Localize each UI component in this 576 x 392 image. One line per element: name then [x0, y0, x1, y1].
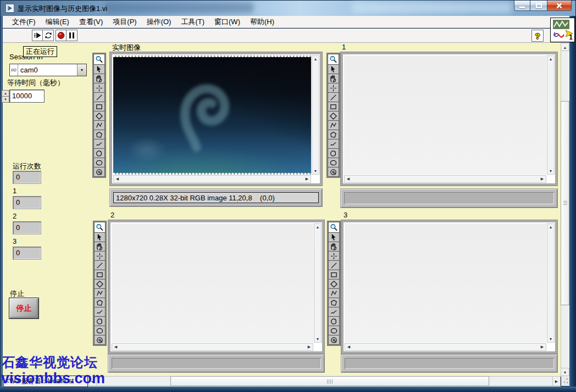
webcam-image[interactable] — [113, 57, 311, 173]
tool-freehand-line-button[interactable] — [93, 139, 105, 149]
menu-item-7[interactable]: 帮助(H) — [245, 16, 279, 28]
scroll-right-icon[interactable]: ▶ — [306, 344, 312, 350]
menu-item-0[interactable]: 文件(F) — [7, 16, 41, 28]
wait-time-field[interactable]: 10000 — [9, 89, 45, 103]
tool-point-button[interactable] — [328, 83, 339, 93]
tool-cursor-button[interactable] — [328, 233, 340, 242]
scroll-left-icon[interactable]: ◀ — [113, 344, 119, 350]
menu-item-2[interactable]: 查看(V) — [74, 16, 108, 28]
tool-line-button[interactable] — [94, 261, 106, 270]
pause-button[interactable] — [67, 30, 77, 41]
tool-polyline-button[interactable] — [328, 121, 339, 130]
tool-point-button[interactable] — [328, 251, 340, 261]
image-horizontal-scrollbar[interactable]: ◀ ▶ — [113, 175, 311, 183]
tool-freehand-region-button[interactable] — [328, 149, 339, 158]
scroll-right-icon[interactable]: ▶ — [539, 344, 545, 350]
tool-line-button[interactable] — [328, 93, 339, 102]
image-horizontal-scrollbar[interactable]: ◀ ▶ — [344, 175, 546, 183]
scroll-left-icon[interactable]: ◀ — [114, 176, 120, 182]
decrement-button[interactable]: ▼ — [2, 97, 9, 103]
tool-polyline-button[interactable] — [93, 121, 105, 130]
resize-grip[interactable] — [561, 376, 569, 386]
live-image-view[interactable] — [113, 55, 311, 175]
tool-freehand-line-button[interactable] — [94, 307, 106, 317]
tool-rotated-rectangle-button[interactable] — [328, 111, 339, 121]
tool-rotated-rectangle-button[interactable] — [328, 279, 340, 289]
tool-oval-button[interactable] — [93, 158, 105, 167]
help-button[interactable]: ? — [531, 30, 544, 42]
tool-freehand-region-button[interactable] — [328, 317, 340, 326]
vertical-scrollbar-thumb[interactable] — [561, 101, 569, 305]
title-bar[interactable]: 显示实时图像与历史图像1.vi — [1, 1, 575, 16]
tool-rotated-rectangle-button[interactable] — [94, 279, 106, 289]
scroll-down-icon[interactable]: ▼ — [312, 168, 319, 174]
tool-pan-button[interactable] — [328, 74, 339, 83]
tool-oval-button[interactable] — [94, 326, 106, 335]
image-vertical-scrollbar[interactable]: ▲ ▼ — [547, 223, 555, 343]
tool-oval-button[interactable] — [328, 158, 339, 167]
tool-annulus-button[interactable] — [328, 335, 340, 345]
tool-freehand-region-button[interactable] — [93, 149, 105, 158]
tool-freehand-line-button[interactable] — [328, 139, 339, 149]
tool-zoom-button[interactable] — [94, 222, 106, 233]
image-horizontal-scrollbar[interactable]: ◀ ▶ — [112, 343, 313, 351]
image-vertical-scrollbar[interactable]: ▲ ▼ — [547, 55, 555, 175]
tool-cursor-button[interactable] — [93, 65, 105, 74]
scroll-right-icon[interactable]: ▶ — [552, 376, 561, 386]
tool-polygon-button[interactable] — [94, 298, 106, 307]
vi-icon[interactable]: 1 — [550, 18, 575, 42]
image-view-empty[interactable] — [345, 223, 546, 343]
image-view-empty[interactable] — [344, 55, 546, 175]
tool-polygon-button[interactable] — [328, 298, 340, 307]
tool-pan-button[interactable] — [93, 74, 105, 83]
tool-freehand-region-button[interactable] — [94, 317, 106, 326]
scroll-down-icon[interactable]: ▼ — [547, 168, 554, 174]
menu-item-6[interactable]: 窗口(W) — [209, 16, 245, 28]
menu-item-3[interactable]: 项目(P) — [108, 16, 141, 28]
abort-button[interactable] — [56, 30, 67, 41]
run-button[interactable] — [32, 30, 43, 41]
tool-zoom-button[interactable] — [93, 54, 105, 65]
tool-polyline-button[interactable] — [94, 289, 106, 298]
horizontal-scrollbar-thumb[interactable] — [170, 376, 489, 386]
menu-item-5[interactable]: 工具(T) — [176, 16, 209, 28]
tool-annulus-button[interactable] — [94, 335, 106, 345]
tool-rectangle-button[interactable] — [94, 270, 106, 279]
tool-polyline-button[interactable] — [328, 289, 340, 298]
tool-cursor-button[interactable] — [328, 65, 339, 74]
scroll-down-icon[interactable]: ▼ — [561, 368, 569, 376]
session-in-combo[interactable]: I/O cam0 ▼ — [9, 64, 87, 76]
scroll-up-icon[interactable]: ▲ — [547, 224, 554, 230]
close-button[interactable] — [547, 1, 572, 11]
scroll-up-icon[interactable]: ▲ — [547, 56, 554, 62]
image-vertical-scrollbar[interactable]: ▲ ▼ — [312, 55, 319, 175]
tool-line-button[interactable] — [328, 261, 340, 270]
tool-freehand-line-button[interactable] — [328, 307, 340, 317]
tool-oval-button[interactable] — [328, 326, 340, 335]
minimize-button[interactable] — [514, 1, 530, 11]
tool-zoom-button[interactable] — [328, 222, 340, 233]
scroll-right-icon[interactable]: ▶ — [304, 176, 310, 182]
tool-line-button[interactable] — [93, 93, 105, 102]
tool-polygon-button[interactable] — [328, 130, 339, 139]
scroll-up-icon[interactable]: ▲ — [314, 224, 321, 230]
session-in-value[interactable]: cam0 — [18, 64, 77, 76]
tool-zoom-button[interactable] — [328, 54, 339, 65]
tool-rectangle-button[interactable] — [328, 102, 339, 111]
session-dropdown-button[interactable]: ▼ — [77, 64, 86, 76]
tool-rectangle-button[interactable] — [328, 270, 340, 279]
tool-point-button[interactable] — [93, 83, 105, 93]
tool-pan-button[interactable] — [328, 242, 340, 251]
image-horizontal-scrollbar[interactable]: ◀ ▶ — [345, 343, 546, 351]
tool-polygon-button[interactable] — [93, 130, 105, 139]
scroll-up-icon[interactable]: ▲ — [312, 56, 319, 62]
menu-item-1[interactable]: 编辑(E) — [41, 16, 74, 28]
stop-button[interactable]: 停止 — [9, 298, 39, 319]
run-continuously-button[interactable] — [43, 30, 54, 41]
scroll-right-icon[interactable]: ▶ — [539, 176, 545, 182]
scroll-left-icon[interactable]: ◀ — [346, 344, 352, 350]
tool-rectangle-button[interactable] — [93, 102, 105, 111]
menu-item-4[interactable]: 操作(O) — [142, 16, 176, 28]
tool-pan-button[interactable] — [94, 242, 106, 251]
tool-annulus-button[interactable] — [93, 167, 105, 177]
